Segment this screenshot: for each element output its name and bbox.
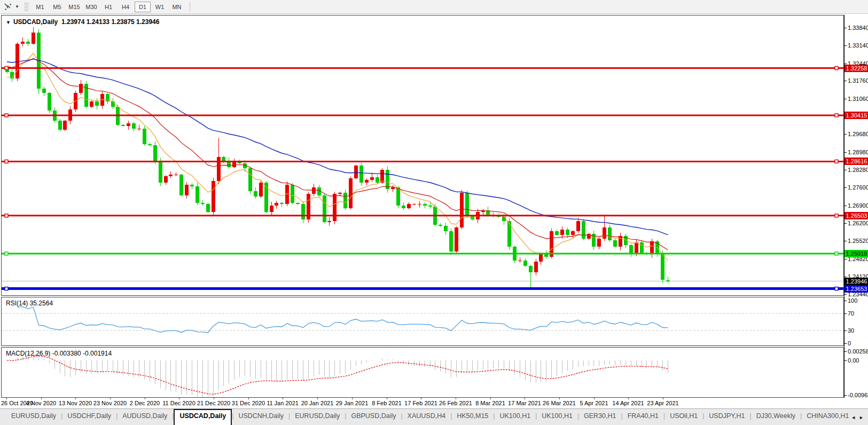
tab-usdchf-daily[interactable]: USDCHF,Daily	[62, 409, 116, 425]
tab-ger30-h1[interactable]: GER30,H1	[579, 409, 621, 425]
rsi-tick: 100	[848, 297, 857, 304]
time-axis-label: 23 Apr 2021	[647, 400, 678, 406]
resistance-line-2[interactable]	[2, 114, 843, 117]
price-tick-tick	[844, 134, 847, 135]
tab-usdjpy-h1[interactable]: USDJPY,H1	[704, 409, 749, 425]
price-level-tag: 1.26503	[844, 212, 868, 219]
toolbar-grip	[25, 3, 28, 11]
time-tick	[317, 398, 318, 399]
tab-china300-h1[interactable]: CHINA300,H1	[802, 409, 854, 425]
time-tick	[525, 398, 525, 399]
tab-uk100-h1[interactable]: UK100,H1	[537, 409, 577, 425]
time-tick	[110, 398, 111, 399]
candlesticks	[5, 27, 670, 289]
resistance-line-1[interactable]	[2, 67, 843, 70]
tool-dropdown-icon[interactable]: ▼	[14, 4, 20, 9]
timeframe-button-m30[interactable]: M30	[83, 2, 99, 12]
price-chart-panel[interactable]: ▼USDCAD,Daily 1.23974 1.24133 1.23875 1.…	[1, 15, 844, 296]
macd-tick-tick	[844, 351, 847, 352]
tab-audusd-daily[interactable]: AUDUSD,Daily	[118, 409, 172, 425]
rsi-tick: 70	[848, 310, 854, 317]
macd-tick-tick	[844, 360, 847, 361]
rsi-line	[18, 306, 668, 333]
time-axis-label: 20 Jan 2021	[301, 400, 334, 406]
time-tick	[352, 398, 353, 399]
price-tick: 1.27600	[848, 184, 868, 191]
chart-title: ▼USDCAD,Daily 1.23974 1.24133 1.23875 1.…	[6, 18, 159, 26]
price-tick-tick	[844, 81, 847, 81]
tab-xauusd-h4[interactable]: XAUUSD,H4	[403, 409, 451, 425]
macd-histogram	[7, 350, 668, 397]
time-tick	[663, 398, 663, 399]
resistance-line-3[interactable]	[2, 160, 843, 163]
price-tick-tick	[844, 241, 847, 241]
tab-usoil-h1[interactable]: USOil,H1	[665, 409, 702, 425]
diagonal-arrows-icon	[4, 3, 12, 11]
macd-tick: 0.00258	[848, 348, 868, 355]
trading-terminal: ▼ M1M5M15M30H1H4D1W1MN ▼USDCAD,Daily 1.2…	[0, 0, 868, 425]
tab-uk100-h1[interactable]: UK100,H1	[495, 409, 535, 425]
rsi-tick-tick	[844, 313, 847, 314]
macd-label: MACD(12,26,9) -0.003380 -0.001914	[6, 350, 112, 357]
time-tick	[559, 398, 560, 399]
timeframe-button-w1[interactable]: W1	[152, 2, 168, 12]
time-axis-label: 14 Apr 2021	[612, 400, 644, 406]
support-line-blue[interactable]	[2, 287, 843, 290]
symbol-dropdown-icon[interactable]: ▼	[6, 20, 11, 25]
rsi-indicator-panel[interactable]: RSI(14) 35.2564	[1, 297, 844, 346]
time-axis-label: 29 Jan 2021	[336, 400, 369, 406]
ma-line-slow[interactable]	[7, 59, 668, 235]
time-axis-label: 21 Dec 2020	[197, 400, 230, 406]
time-axis-label: 17 Feb 2021	[404, 400, 437, 406]
time-tick	[145, 398, 145, 399]
resistance-line-4[interactable]	[2, 214, 843, 217]
macd-indicator-panel[interactable]: MACD(12,26,9) -0.003380 -0.001914	[1, 347, 844, 398]
timeframe-button-m5[interactable]: M5	[49, 2, 65, 12]
time-axis-label: 4 Nov 2020	[26, 400, 56, 406]
support-line-green[interactable]	[2, 252, 843, 255]
time-tick	[6, 398, 7, 399]
chart-tabs-bar: EURUSD,Daily|USDCHF,Daily|AUDUSD,Daily|U…	[0, 408, 868, 425]
chart-tool-icon[interactable]	[2, 2, 14, 12]
tab-eurusd-daily[interactable]: EURUSD,Daily	[290, 409, 345, 425]
price-tick-tick	[844, 259, 847, 259]
time-axis-label: 8 Feb 2021	[372, 400, 402, 406]
toolbar-separator	[190, 2, 190, 12]
tab-usdcnh-daily[interactable]: USDCNH,Daily	[233, 409, 288, 425]
tab-scroll-right-icon[interactable]: ►	[859, 415, 864, 420]
tab-gbpusd-daily[interactable]: GBPUSD,Daily	[346, 409, 401, 425]
price-tick-tick	[844, 28, 847, 28]
timeframe-button-m15[interactable]: M15	[66, 2, 82, 12]
timeframe-button-m1[interactable]: M1	[32, 2, 48, 12]
ma-line-medium[interactable]	[7, 58, 668, 250]
time-axis-label: 13 Nov 2020	[59, 400, 92, 406]
ma-line-fast[interactable]	[7, 53, 668, 261]
chart-symbol-label: USDCAD,Daily	[13, 18, 58, 26]
price-axis: 1.338401.331401.324401.317601.310601.303…	[844, 15, 868, 398]
timeframe-button-d1[interactable]: D1	[135, 2, 151, 12]
tab-usdcad-daily[interactable]: USDCAD,Daily	[174, 409, 232, 425]
timeframe-button-h4[interactable]: H4	[118, 2, 134, 12]
time-tick	[41, 398, 42, 399]
timeframe-toolbar: ▼ M1M5M15M30H1H4D1W1MN	[0, 0, 868, 14]
tab-scroll-left-icon[interactable]: ◄	[851, 415, 856, 420]
time-axis-label: 31 Dec 2020	[232, 400, 265, 406]
time-tick	[594, 398, 595, 399]
price-level-tag: 1.28616	[844, 158, 868, 165]
price-tick-tick	[844, 294, 847, 295]
tab-eurusd-daily[interactable]: EURUSD,Daily	[6, 409, 61, 425]
tab-fra40-h1[interactable]: FRA40,H1	[623, 409, 663, 425]
time-tick	[490, 398, 491, 399]
price-tick: 1.33840	[848, 25, 868, 31]
price-tick: 1.25520	[848, 238, 868, 244]
tab-dj30-weekly[interactable]: DJ30,Weekly	[752, 409, 800, 425]
rsi-tick-tick	[844, 343, 847, 344]
timeframe-button-mn[interactable]: MN	[169, 2, 185, 12]
time-tick	[456, 398, 456, 399]
time-tick	[628, 398, 629, 399]
price-tick: 1.33140	[848, 42, 868, 49]
price-level-tag: 1.30415	[844, 112, 868, 119]
macd-tick-tick	[844, 395, 847, 396]
tab-hk50-m15[interactable]: HK50,M15	[452, 409, 493, 425]
timeframe-button-h1[interactable]: H1	[100, 2, 116, 12]
